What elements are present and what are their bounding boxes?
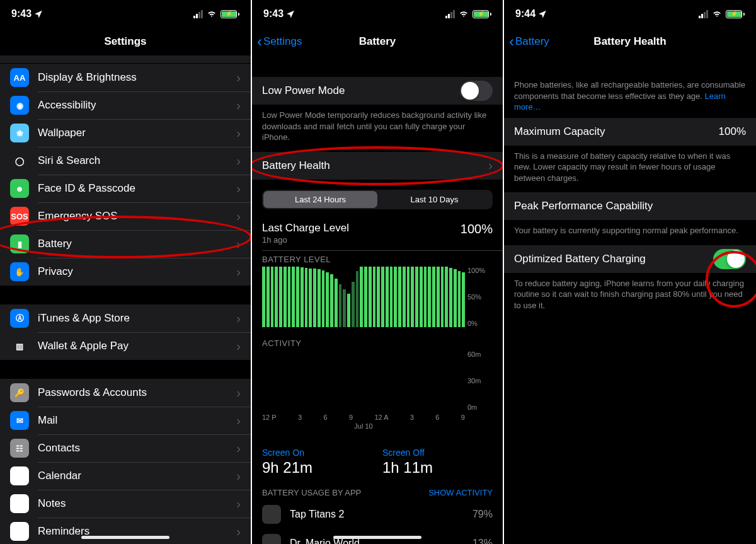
- activity-header: ACTIVITY: [252, 330, 503, 350]
- navbar: ‹Battery Battery Health: [504, 28, 756, 55]
- wifi-icon: [711, 9, 723, 18]
- settings-row-accessibility-icon[interactable]: ◉Accessibility›: [0, 91, 251, 119]
- settings-row-appstore-icon[interactable]: ⒶiTunes & App Store›: [0, 304, 251, 332]
- show-activity-button[interactable]: SHOW ACTIVITY: [428, 488, 493, 497]
- settings-row-sos-icon[interactable]: SOSEmergency SOS›: [0, 202, 251, 230]
- chevron-right-icon: ›: [236, 339, 241, 354]
- chevron-right-icon: ›: [488, 158, 493, 173]
- battery-status-icon: ⚡: [220, 10, 239, 18]
- app-icon: [262, 534, 281, 544]
- settings-row-passwords-icon[interactable]: 🔑Passwords & Accounts›: [0, 379, 251, 407]
- battery-level-header: BATTERY LEVEL: [252, 251, 503, 267]
- calendar-icon: ▦: [10, 466, 29, 485]
- chevron-right-icon: ›: [236, 237, 241, 252]
- settings-row-wallpaper-icon[interactable]: ❀Wallpaper›: [0, 119, 251, 147]
- back-button[interactable]: ‹Settings: [257, 34, 302, 49]
- settings-row-wallet-icon[interactable]: ▥Wallet & Apple Pay›: [0, 332, 251, 360]
- chevron-right-icon: ›: [236, 71, 241, 85]
- chevron-right-icon: ›: [236, 497, 241, 511]
- app-usage-row[interactable]: Tap Titans 279%: [252, 500, 503, 529]
- wifi-icon: [206, 9, 217, 18]
- settings-screen: 9:43 ⚡ Settings AADisplay & Brightness›◉…: [0, 0, 252, 544]
- status-bar: 9:43 ⚡: [252, 0, 503, 28]
- chevron-right-icon: ›: [236, 386, 241, 400]
- home-indicator[interactable]: [333, 536, 421, 539]
- settings-row-mail-icon[interactable]: ✉Mail›: [0, 407, 251, 434]
- chevron-right-icon: ›: [236, 414, 241, 428]
- status-time: 9:43: [263, 8, 284, 20]
- appstore-icon: Ⓐ: [10, 309, 29, 328]
- battery-status-icon: ⚡: [726, 10, 745, 18]
- accessibility-icon: ◉: [10, 96, 29, 115]
- last-charge-row: Last Charge Level 1h ago 100%: [252, 219, 503, 251]
- chevron-right-icon: ›: [236, 469, 241, 483]
- optimized-charging-row[interactable]: Optimized Battery Charging: [504, 245, 756, 273]
- contacts-icon: ☷: [10, 439, 29, 458]
- settings-row-calendar-icon[interactable]: ▦Calendar›: [0, 462, 251, 490]
- chevron-left-icon: ‹: [509, 34, 514, 49]
- status-time: 9:43: [11, 8, 32, 20]
- peak-performance-desc: Your battery is currently supporting nor…: [504, 220, 756, 245]
- optimized-charging-toggle[interactable]: [713, 249, 746, 269]
- sos-icon: SOS: [10, 207, 29, 226]
- battery-status-icon: ⚡: [472, 10, 491, 18]
- signal-icon: [193, 10, 203, 18]
- chevron-right-icon: ›: [236, 126, 241, 141]
- battery-level-chart: 100%50%0%: [262, 267, 493, 327]
- chevron-right-icon: ›: [236, 524, 241, 539]
- usage-header: BATTERY USAGE BY APP: [262, 488, 361, 497]
- time-range-segment: Last 24 Hours Last 10 Days: [262, 190, 493, 209]
- max-capacity-value: 100%: [719, 125, 746, 138]
- page-title: Battery: [359, 35, 396, 48]
- back-button[interactable]: ‹Battery: [509, 34, 549, 49]
- seg-24h[interactable]: Last 24 Hours: [263, 191, 377, 208]
- status-bar: 9:44 ⚡: [504, 0, 756, 28]
- settings-row-display-icon[interactable]: AADisplay & Brightness›: [0, 64, 251, 91]
- status-time: 9:44: [515, 8, 536, 20]
- battery-icon: ▮: [10, 234, 29, 253]
- chevron-right-icon: ›: [236, 154, 241, 168]
- display-icon: AA: [10, 68, 29, 87]
- low-power-toggle[interactable]: [460, 81, 493, 101]
- chevron-right-icon: ›: [236, 209, 241, 224]
- last-charge-value: 100%: [461, 222, 493, 236]
- max-capacity-row: Maximum Capacity 100%: [504, 118, 756, 146]
- notes-icon: ▤: [10, 494, 29, 513]
- settings-row-contacts-icon[interactable]: ☷Contacts›: [0, 434, 251, 462]
- page-title: Battery Health: [593, 35, 666, 48]
- privacy-icon: ✋: [10, 262, 29, 281]
- settings-row-battery-icon[interactable]: ▮Battery›: [0, 230, 251, 258]
- location-icon: [34, 9, 43, 18]
- low-power-mode-row[interactable]: Low Power Mode: [252, 77, 503, 105]
- battery-health-screen: 9:44 ⚡ ‹Battery Battery Health Phone bat…: [504, 0, 756, 544]
- status-bar: 9:43 ⚡: [0, 0, 251, 28]
- signal-icon: [445, 10, 455, 18]
- battery-screen: 9:43 ⚡ ‹Settings Battery Low Power Mode …: [252, 0, 504, 544]
- max-capacity-desc: This is a measure of battery capacity re…: [504, 146, 756, 193]
- seg-10d[interactable]: Last 10 Days: [377, 191, 491, 208]
- chevron-right-icon: ›: [236, 441, 241, 456]
- peak-performance-row: Peak Performance Capability: [504, 192, 756, 220]
- low-power-desc: Low Power Mode temporarily reduces backg…: [252, 105, 503, 152]
- home-indicator[interactable]: [81, 536, 169, 539]
- settings-row-privacy-icon[interactable]: ✋Privacy›: [0, 258, 251, 286]
- wifi-icon: [458, 9, 469, 18]
- faceid-icon: ☻: [10, 179, 29, 198]
- siri-icon: ◯: [10, 151, 29, 170]
- x-axis-labels: 12 P36912 A369: [262, 414, 493, 421]
- wallpaper-icon: ❀: [10, 124, 29, 142]
- chevron-right-icon: ›: [236, 182, 241, 196]
- chevron-right-icon: ›: [236, 98, 241, 113]
- navbar: Settings: [0, 28, 251, 55]
- intro-text: Phone batteries, like all rechargeable b…: [504, 55, 756, 118]
- settings-row-reminders-icon[interactable]: ☑Reminders›: [0, 518, 251, 544]
- navbar: ‹Settings Battery: [252, 28, 503, 55]
- chevron-left-icon: ‹: [257, 34, 262, 49]
- passwords-icon: 🔑: [10, 383, 29, 402]
- battery-health-row[interactable]: Battery Health ›: [252, 152, 503, 180]
- settings-row-faceid-icon[interactable]: ☻Face ID & Passcode›: [0, 175, 251, 202]
- settings-row-notes-icon[interactable]: ▤Notes›: [0, 490, 251, 518]
- chevron-right-icon: ›: [236, 311, 241, 326]
- reminders-icon: ☑: [10, 522, 29, 541]
- settings-row-siri-icon[interactable]: ◯Siri & Search›: [0, 147, 251, 175]
